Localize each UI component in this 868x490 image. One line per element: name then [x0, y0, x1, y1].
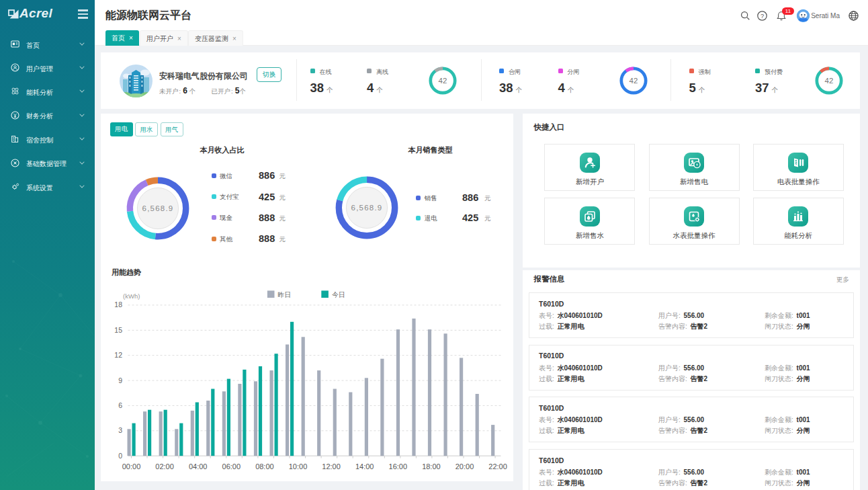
svg-text:(kWh): (kWh): [123, 292, 140, 300]
svg-text:18:00: 18:00: [422, 462, 441, 471]
svg-text:04:00: 04:00: [188, 462, 207, 471]
svg-text:6,568.9: 6,568.9: [351, 204, 383, 212]
svg-text:3: 3: [118, 426, 122, 434]
svg-text:42: 42: [439, 77, 447, 85]
svg-text:昨日: 昨日: [277, 291, 291, 298]
svg-text:42: 42: [630, 77, 638, 85]
svg-text:15: 15: [114, 326, 122, 334]
svg-text:08:00: 08:00: [255, 462, 274, 471]
svg-text:9: 9: [118, 376, 122, 384]
svg-text:12: 12: [114, 351, 122, 359]
svg-text:14:00: 14:00: [355, 462, 374, 471]
svg-text:0: 0: [118, 452, 122, 460]
svg-text:16:00: 16:00: [388, 462, 407, 471]
svg-text:6: 6: [118, 401, 122, 409]
svg-text:00:00: 00:00: [122, 462, 140, 471]
svg-text:22:00: 22:00: [488, 462, 507, 471]
svg-text:42: 42: [825, 77, 834, 85]
svg-text:今日: 今日: [332, 291, 345, 298]
svg-text:02:00: 02:00: [155, 462, 174, 471]
svg-text:12:00: 12:00: [322, 462, 341, 471]
svg-text:?: ?: [761, 13, 764, 19]
svg-text:10:00: 10:00: [288, 462, 307, 471]
svg-text:6,568.9: 6,568.9: [142, 204, 173, 212]
svg-text:20:00: 20:00: [455, 462, 474, 471]
svg-text:06:00: 06:00: [222, 462, 241, 471]
svg-text:18: 18: [114, 300, 122, 309]
